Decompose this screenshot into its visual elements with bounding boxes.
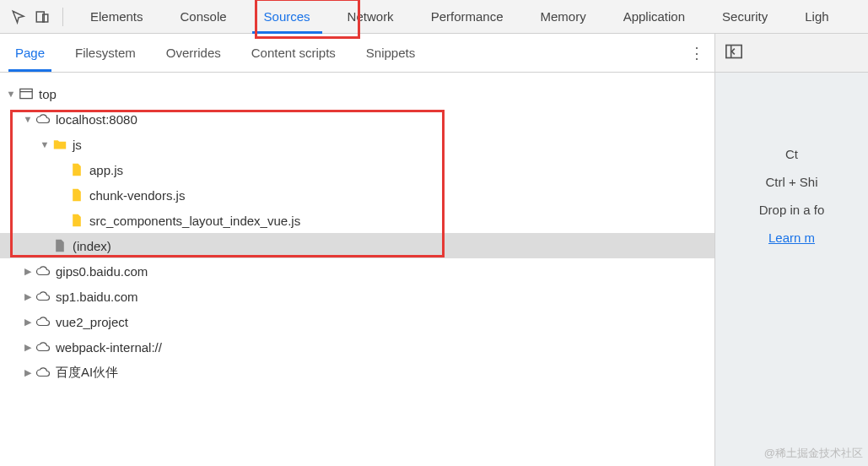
tab-performance[interactable]: Performance [412, 0, 522, 34]
tree-node-file-app[interactable]: ▼ app.js [0, 157, 714, 182]
page-icon [52, 238, 67, 253]
tree-label: gips0.baidu.com [56, 264, 148, 279]
tab-sources[interactable]: Sources [245, 0, 329, 34]
folder-icon [52, 137, 67, 152]
tree-label: localhost:8080 [56, 112, 137, 127]
tree-node-file-chunk[interactable]: ▼ chunk-vendors.js [0, 182, 714, 208]
tab-console[interactable]: Console [162, 0, 245, 34]
sources-content: ▼ top ▼ localhost:8080 ▼ js ▼ app [0, 73, 868, 466]
subtab-overrides[interactable]: Overrides [151, 34, 236, 72]
subtab-filesystem[interactable]: Filesystem [60, 34, 151, 72]
tree-label: vue2_project [56, 315, 128, 329]
inspect-icon[interactable] [7, 5, 30, 29]
cloud-icon [35, 339, 51, 355]
tab-memory[interactable]: Memory [522, 0, 605, 34]
tree-node-baidu-ai[interactable]: ▶ 百度AI伙伴 [0, 360, 714, 385]
chevron-right-icon: ▶ [22, 265, 34, 277]
file-icon [69, 162, 84, 177]
tree-node-localhost[interactable]: ▼ localhost:8080 [0, 106, 714, 132]
tree-node-vue2[interactable]: ▶ vue2_project [0, 309, 714, 334]
subtab-page[interactable]: Page [0, 34, 60, 72]
chevron-down-icon: ▼ [22, 113, 34, 125]
cloud-icon [35, 289, 51, 304]
devtools-main-tabs: Elements Console Sources Network Perform… [0, 0, 868, 34]
tree-label: src_components_layout_index_vue.js [89, 214, 300, 228]
editor-empty-panel: Ct Ctrl + Shi Drop in a fo Learn m [715, 73, 868, 466]
tree-node-file-src-comp[interactable]: ▼ src_components_layout_index_vue.js [0, 208, 714, 233]
tree-node-top[interactable]: ▼ top [0, 81, 714, 106]
tree-label: app.js [89, 163, 123, 177]
cloud-icon [35, 263, 51, 279]
more-icon[interactable]: ⋮ [689, 44, 704, 62]
link-learn-more[interactable]: Learn m [768, 230, 815, 245]
tree-node-webpack[interactable]: ▶ webpack-internal:// [0, 334, 714, 360]
cloud-icon [35, 314, 51, 329]
cloud-icon [35, 365, 51, 380]
chevron-right-icon: ▶ [22, 366, 34, 378]
chevron-right-icon: ▶ [22, 341, 34, 353]
window-icon [19, 86, 34, 101]
hint-ctrl-shift: Ctrl + Shi [765, 175, 817, 189]
watermark: @稀土掘金技术社区 [764, 446, 863, 461]
subtab-content-scripts[interactable]: Content scripts [236, 34, 351, 72]
chevron-down-icon: ▼ [5, 88, 17, 100]
svg-rect-4 [20, 89, 32, 98]
tree-label: webpack-internal:// [56, 340, 162, 355]
toggle-panel-icon[interactable] [725, 44, 742, 62]
tree-node-sp1[interactable]: ▶ sp1.baidu.com [0, 284, 714, 309]
tree-label: js [73, 138, 82, 152]
tree-label: chunk-vendors.js [89, 188, 185, 203]
cloud-icon [35, 111, 51, 127]
tab-application[interactable]: Application [605, 0, 704, 34]
svg-rect-2 [726, 46, 741, 58]
tree-label: sp1.baidu.com [56, 290, 138, 304]
side-panel-toggle-area [715, 34, 868, 72]
sources-sub-tabs: Page Filesystem Overrides Content script… [0, 34, 715, 72]
tab-security[interactable]: Security [704, 0, 786, 34]
tab-lighthouse[interactable]: Ligh [786, 0, 847, 34]
hint-drop: Drop in a fo [759, 203, 825, 217]
file-tree-panel: ▼ top ▼ localhost:8080 ▼ js ▼ app [0, 73, 715, 466]
subtab-snippets[interactable]: Snippets [351, 34, 430, 72]
file-icon [69, 213, 84, 228]
divider [62, 8, 63, 26]
device-toggle-icon[interactable] [30, 5, 54, 29]
chevron-right-icon: ▶ [22, 316, 34, 328]
chevron-down-icon: ▼ [39, 138, 51, 150]
tree-node-index[interactable]: ▼ (index) [0, 233, 714, 258]
tab-elements[interactable]: Elements [72, 0, 162, 34]
hint-ctrl: Ct [785, 147, 798, 161]
tab-network[interactable]: Network [329, 0, 412, 34]
chevron-right-icon: ▶ [22, 290, 34, 302]
sources-sub-row: Page Filesystem Overrides Content script… [0, 34, 868, 73]
tree-label: top [39, 87, 57, 101]
tree-label: (index) [73, 239, 111, 253]
tree-label: 百度AI伙伴 [56, 365, 118, 381]
file-icon [69, 187, 84, 203]
tree-node-js-folder[interactable]: ▼ js [0, 132, 714, 157]
tree-node-gips0[interactable]: ▶ gips0.baidu.com [0, 258, 714, 284]
